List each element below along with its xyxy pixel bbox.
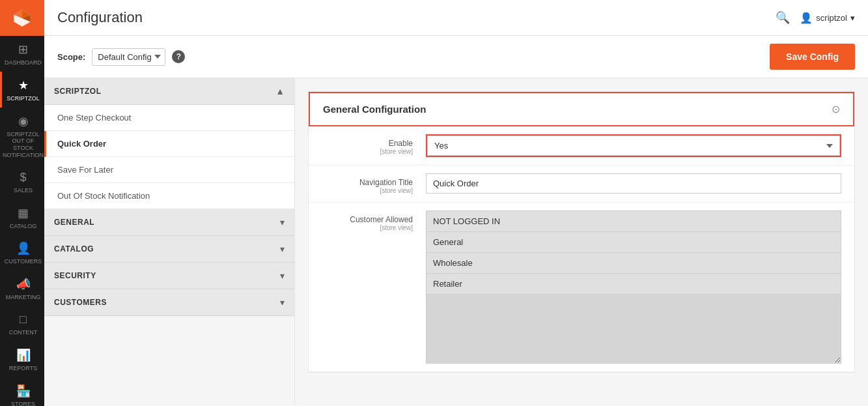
right-panel: General Configuration ⊙ Enable [store vi… (295, 78, 868, 406)
topbar-actions: 🔍 👤 scriptzol ▾ (776, 10, 855, 25)
scriptzol-section-header[interactable]: SCRIPTZOL ▲ (44, 78, 294, 105)
sidebar-item-scriptzol-label: SCRIPTZOL (7, 95, 40, 102)
reports-icon: 📊 (16, 348, 31, 362)
menu-item-quick-order[interactable]: Quick Order (44, 131, 294, 157)
catalog-section-header[interactable]: CATALOG ▾ (44, 236, 294, 263)
save-config-button[interactable]: Save Config (770, 44, 855, 70)
nav-title-input[interactable] (426, 173, 841, 194)
content-area: SCRIPTZOL ▲ One Step Checkout Quick Orde… (44, 78, 868, 406)
nav-title-row: Navigation Title [store view] (309, 166, 854, 203)
security-section-chevron: ▾ (280, 270, 285, 281)
general-config-title: General Configuration (323, 104, 426, 115)
sidebar-item-scriptzol[interactable]: ★ SCRIPTZOL (0, 72, 44, 108)
general-section-header[interactable]: GENERAL ▾ (44, 209, 294, 236)
dashboard-icon: ⊞ (18, 42, 28, 57)
sidebar-item-reports-label: REPORTS (9, 365, 37, 372)
menu-item-out-of-stock[interactable]: Out Of Stock Notification (44, 183, 294, 209)
sidebar: ⊞ DASHBOARD ★ SCRIPTZOL ◉ SCRIPTZOL OUT … (0, 0, 44, 406)
scriptzol-out-icon: ◉ (18, 114, 29, 128)
customers-section-chevron: ▾ (280, 297, 285, 308)
sidebar-item-sales-label: SALES (14, 187, 33, 194)
sidebar-item-scriptzol-out-label: SCRIPTZOL OUT OF STOCK NOTIFICATION (3, 131, 44, 159)
catalog-section-label: CATALOG (54, 244, 94, 254)
customers-section-header[interactable]: CUSTOMERS ▾ (44, 289, 294, 316)
left-panel: SCRIPTZOL ▲ One Step Checkout Quick Orde… (44, 78, 295, 406)
sidebar-item-content-label: CONTENT (9, 329, 38, 336)
customer-allowed-listbox[interactable]: NOT LOGGED IN General Wholesale Retailer (426, 210, 841, 364)
page-title: Configuration (57, 9, 143, 26)
scriptzol-section-chevron: ▲ (275, 86, 285, 96)
search-icon[interactable]: 🔍 (776, 10, 790, 25)
customer-allowed-row: Customer Allowed [store view] NOT LOGGED… (309, 203, 854, 372)
user-chevron-icon: ▾ (850, 13, 855, 23)
enable-label: Enable [store view] (322, 134, 413, 155)
menu-item-save-for-later[interactable]: Save For Later (44, 157, 294, 183)
customers-icon: 👤 (16, 241, 31, 255)
scope-help-icon[interactable]: ? (172, 50, 185, 63)
sidebar-item-customers[interactable]: 👤 CUSTOMERS (0, 235, 44, 270)
collapse-icon[interactable]: ⊙ (832, 103, 840, 115)
nav-title-control (426, 173, 841, 194)
sidebar-item-dashboard-label: DASHBOARD (5, 59, 42, 66)
listbox-item-not-logged-in[interactable]: NOT LOGGED IN (427, 211, 841, 232)
general-config-header[interactable]: General Configuration ⊙ (309, 92, 854, 126)
sidebar-item-stores[interactable]: 🏪 STORES (0, 377, 44, 406)
customer-allowed-control: NOT LOGGED IN General Wholesale Retailer (426, 210, 841, 364)
marketing-icon: 📣 (16, 277, 31, 291)
sidebar-item-reports[interactable]: 📊 REPORTS (0, 341, 44, 377)
user-name: scriptzol (816, 13, 847, 23)
topbar: Configuration 🔍 👤 scriptzol ▾ (44, 0, 868, 36)
nav-title-label: Navigation Title [store view] (322, 173, 413, 194)
user-menu[interactable]: 👤 scriptzol ▾ (800, 12, 855, 24)
sidebar-item-scriptzol-out[interactable]: ◉ SCRIPTZOL OUT OF STOCK NOTIFICATION (0, 108, 44, 164)
scope-select[interactable]: Default Config (92, 48, 165, 66)
stores-icon: 🏪 (16, 384, 31, 398)
general-section-chevron: ▾ (280, 217, 285, 227)
enable-select-wrapper: Yes No (426, 134, 841, 157)
sidebar-item-marketing[interactable]: 📣 MARKETING (0, 270, 44, 306)
listbox-item-general[interactable]: General (427, 232, 841, 253)
enable-select[interactable]: Yes No (427, 136, 840, 156)
catalog-icon: ▦ (18, 206, 29, 220)
scope-left: Scope: Default Config ? (57, 48, 185, 66)
scope-bar: Scope: Default Config ? Save Config (44, 36, 868, 78)
sidebar-item-dashboard[interactable]: ⊞ DASHBOARD (0, 36, 44, 72)
security-section-label: SECURITY (54, 271, 96, 280)
content-icon: □ (20, 313, 27, 326)
listbox-item-wholesale[interactable]: Wholesale (427, 253, 841, 274)
sidebar-item-stores-label: STORES (11, 401, 35, 406)
security-section-header[interactable]: SECURITY ▾ (44, 263, 294, 289)
sidebar-item-sales[interactable]: $ SALES (0, 164, 44, 199)
sidebar-item-marketing-label: MARKETING (6, 294, 41, 301)
listbox-item-retailer[interactable]: Retailer (427, 274, 841, 295)
main-area: Configuration 🔍 👤 scriptzol ▾ Scope: Def… (44, 0, 868, 406)
sidebar-item-catalog-label: CATALOG (10, 223, 37, 230)
sidebar-item-content[interactable]: □ CONTENT (0, 306, 44, 341)
scope-label: Scope: (57, 52, 85, 62)
general-config-section: General Configuration ⊙ Enable [store vi… (308, 91, 855, 373)
catalog-section-chevron: ▾ (280, 244, 285, 254)
enable-row: Enable [store view] Yes No (309, 126, 854, 166)
sidebar-logo (0, 0, 44, 36)
scriptzol-section-label: SCRIPTZOL (54, 87, 102, 96)
sales-icon: $ (20, 171, 26, 184)
sidebar-item-customers-label: CUSTOMERS (5, 258, 42, 265)
customer-allowed-label: Customer Allowed [store view] (322, 210, 413, 231)
customers-section-label: CUSTOMERS (54, 298, 107, 307)
user-icon: 👤 (800, 12, 813, 24)
sidebar-item-catalog[interactable]: ▦ CATALOG (0, 199, 44, 235)
general-section-label: GENERAL (54, 218, 94, 227)
scriptzol-icon: ★ (18, 78, 29, 93)
menu-item-one-step-checkout[interactable]: One Step Checkout (44, 105, 294, 131)
